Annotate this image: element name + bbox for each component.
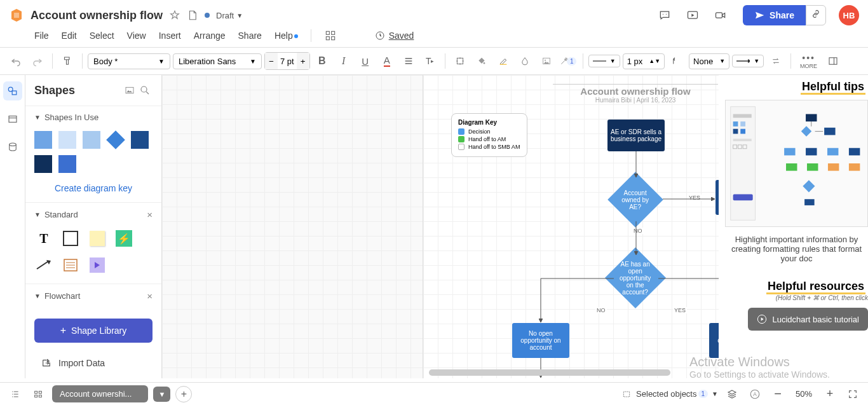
text-options-button[interactable]: T▸	[421, 51, 440, 71]
menu-edit[interactable]: Edit	[62, 31, 77, 41]
page-tab-menu[interactable]: ▼	[153, 387, 170, 402]
grid-view-icon[interactable]	[29, 385, 47, 403]
accessibility-icon[interactable]: A	[746, 385, 764, 403]
star-icon[interactable]	[169, 10, 180, 21]
media-shape[interactable]	[88, 256, 107, 275]
line-type-button[interactable]	[667, 51, 686, 71]
fill-button[interactable]	[472, 51, 491, 71]
shape-swatch[interactable]	[83, 131, 100, 149]
rail-containers-button[interactable]	[3, 109, 22, 128]
resources-heading: Helpful resources	[766, 280, 865, 294]
comment-icon[interactable]	[654, 6, 675, 25]
shape-swatch[interactable]	[34, 131, 52, 149]
document-title[interactable]: Account ownership flow	[31, 9, 163, 22]
panel-toggle-button[interactable]	[824, 51, 843, 71]
zoom-in-button[interactable]: +	[821, 385, 839, 403]
menu-file[interactable]: File	[34, 31, 49, 41]
tutorial-button[interactable]: Lucidchart basic tutorial	[748, 308, 868, 331]
line-start-select[interactable]: None▼	[689, 53, 729, 69]
diagram-key-box[interactable]: Diagram Key Decision Hand off to AM Hand…	[451, 113, 527, 157]
outline-view-icon[interactable]	[6, 385, 24, 403]
line-end-select[interactable]: ▼	[732, 55, 764, 67]
magic-button[interactable]: 1	[559, 51, 578, 71]
font-size-decrease[interactable]: −	[265, 53, 278, 69]
underline-button[interactable]: U	[356, 51, 375, 71]
arrow-shape[interactable]	[34, 256, 53, 275]
search-shapes-icon[interactable]	[137, 83, 153, 98]
svg-rect-63	[35, 391, 37, 393]
more-button[interactable]: •••MORE	[796, 53, 821, 69]
font-select[interactable]: Liberation Sans▼	[173, 53, 262, 69]
shape-library-button[interactable]: +Shape Library	[34, 319, 153, 343]
zoom-level[interactable]: 50%	[792, 389, 816, 399]
zoom-out-button[interactable]: −	[769, 385, 787, 403]
font-size-increase[interactable]: +	[297, 53, 309, 69]
close-icon[interactable]: ×	[147, 209, 153, 220]
line-width-select[interactable]: 1 px▲▼	[623, 53, 665, 69]
shape-swatch[interactable]	[34, 155, 52, 173]
create-diagram-key-link[interactable]: Create diagram key	[25, 179, 161, 202]
shape-swatch[interactable]	[58, 131, 76, 149]
line-style-select[interactable]: ▼	[588, 55, 620, 67]
present-icon[interactable]	[682, 6, 703, 25]
svg-point-13	[545, 60, 546, 61]
flow-node-result-2a[interactable]: No open opportunity on account	[512, 323, 569, 358]
section-shapes-in-use[interactable]: ▼Shapes In Use	[25, 106, 161, 128]
rail-data-button[interactable]	[3, 137, 22, 156]
flow-node-start[interactable]: AE or SDR sells a business package	[607, 120, 665, 151]
selected-objects-indicator[interactable]: Selected objects 1 ▼	[621, 389, 718, 399]
format-painter-button[interactable]	[58, 51, 77, 71]
flow-node-decision-2[interactable]: AE has an open opportunity on the accoun…	[605, 247, 666, 308]
style-select[interactable]: Body *▼	[88, 53, 170, 69]
record-icon[interactable]	[710, 6, 731, 25]
edge-label-yes: YES	[688, 195, 702, 201]
image-button[interactable]	[537, 51, 556, 71]
horizontal-scrollbar[interactable]	[429, 369, 670, 376]
rail-shapes-button[interactable]	[3, 81, 22, 100]
droplet-button[interactable]	[515, 51, 534, 71]
align-button[interactable]	[399, 51, 418, 71]
note-shape[interactable]	[88, 229, 107, 248]
text-shape[interactable]: T	[34, 229, 53, 248]
layers-icon[interactable]	[723, 385, 741, 403]
section-flowchart[interactable]: ▼Flowchart×	[25, 284, 161, 308]
bold-button[interactable]: B	[313, 51, 332, 71]
text-color-button[interactable]: A	[377, 51, 397, 71]
share-link-button[interactable]	[806, 5, 826, 25]
fullscreen-button[interactable]	[844, 385, 862, 403]
import-data-button[interactable]: Import Data	[34, 352, 153, 374]
shape-swatch[interactable]	[131, 131, 149, 149]
add-page-button[interactable]: +	[175, 386, 192, 402]
close-icon[interactable]: ×	[147, 291, 153, 301]
menu-insert[interactable]: Insert	[159, 31, 181, 41]
undo-button[interactable]	[6, 51, 25, 71]
svg-rect-47	[806, 114, 817, 121]
shape-swatch[interactable]	[58, 155, 76, 173]
rect-shape[interactable]	[61, 229, 80, 248]
menu-help[interactable]: Help	[275, 31, 298, 41]
italic-button[interactable]: I	[334, 51, 353, 71]
swap-ends-button[interactable]	[766, 51, 785, 71]
section-standard[interactable]: ▼Standard×	[25, 203, 161, 226]
flow-node-decision-1[interactable]: Account owned by AE?	[607, 172, 663, 228]
font-size-control[interactable]: −7 pt+	[264, 52, 310, 70]
position-button[interactable]	[451, 51, 470, 71]
apps-icon[interactable]	[324, 29, 337, 42]
tips-thumbnail[interactable]	[725, 100, 868, 227]
redo-button[interactable]	[28, 51, 47, 71]
share-button[interactable]: Share	[743, 5, 806, 25]
action-shape[interactable]: ⚡	[114, 229, 133, 248]
list-shape[interactable]	[61, 256, 80, 275]
menu-arrange[interactable]: Arrange	[194, 31, 226, 41]
highlight-button[interactable]	[494, 51, 513, 71]
menu-share[interactable]: Share	[238, 31, 262, 41]
menu-select[interactable]: Select	[90, 31, 114, 41]
shape-swatch-diamond[interactable]	[106, 130, 125, 149]
page-icon[interactable]	[187, 9, 198, 22]
image-shapes-icon[interactable]	[122, 83, 137, 98]
saved-indicator[interactable]: Saved	[375, 31, 414, 41]
page-tab[interactable]: Account ownershi...	[52, 385, 148, 402]
menu-view[interactable]: View	[127, 31, 146, 41]
user-avatar[interactable]: HB	[839, 5, 859, 25]
status-dropdown[interactable]: Draft ▼	[216, 11, 243, 20]
